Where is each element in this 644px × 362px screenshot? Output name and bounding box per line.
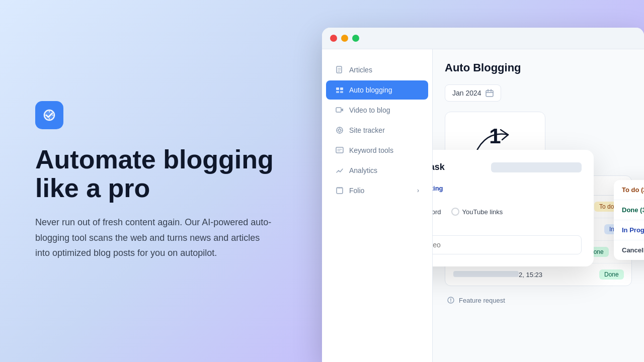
table-row: 2, 15:23 Done — [445, 263, 631, 286]
dropdown-item-done[interactable]: Done (36) — [614, 200, 644, 220]
keyword-radio[interactable]: Keyword — [433, 208, 441, 216]
modal-title: Add Task — [433, 162, 445, 172]
youtube-radio[interactable]: YouTube links — [451, 208, 503, 216]
sidebar-item-site-tracker[interactable]: Site tracker — [326, 121, 428, 140]
svg-rect-3 — [340, 87, 343, 90]
sidebar-item-auto-blogging[interactable]: Auto blogging — [326, 80, 428, 100]
row-title-blur — [453, 271, 519, 279]
modal-blurred-header — [491, 162, 582, 172]
status-badge: Done — [599, 269, 632, 280]
date-picker[interactable]: Jan 2024 — [445, 84, 501, 102]
browser-titlebar — [322, 28, 644, 49]
minimize-button[interactable] — [341, 35, 348, 42]
sidebar-item-video-to-blog[interactable]: Video to blog — [326, 101, 428, 120]
browser-content: Articles Auto blogging — [322, 49, 644, 362]
svg-point-8 — [339, 129, 341, 132]
calendar-icon — [486, 89, 494, 97]
svg-rect-4 — [336, 91, 339, 93]
sidebar-item-keyword-label: Keyword tools — [349, 146, 393, 154]
youtube-radio-label: YouTube links — [462, 208, 503, 216]
sidebar-item-keyword-tools[interactable]: Keyword tools — [326, 141, 428, 160]
folio-icon — [335, 186, 344, 195]
close-button[interactable] — [330, 35, 337, 42]
stats-number: 1 — [489, 124, 501, 148]
svg-rect-2 — [336, 87, 339, 90]
sidebar-item-articles[interactable]: Articles — [326, 60, 428, 79]
dropdown-item-inprogress-label: In Progress (8) — [622, 226, 644, 234]
youtube-radio-dot — [451, 208, 459, 216]
source-radio-group: Keyword YouTube links — [433, 208, 582, 216]
sidebar-item-analytics-label: Analytics — [349, 166, 377, 174]
sidebar-item-auto-blogging-label: Auto blogging — [349, 86, 392, 94]
keyword-field-label: Keyword — [433, 224, 582, 231]
svg-rect-9 — [336, 147, 343, 153]
logo — [35, 101, 63, 129]
svg-rect-6 — [336, 108, 341, 112]
subtext: Never run out of fresh content again. Ou… — [35, 215, 277, 261]
tracker-icon — [335, 126, 344, 135]
status-dropdown: To do (20) Done (36) In Progress (8) Can… — [614, 180, 644, 260]
svg-rect-5 — [340, 91, 343, 93]
add-task-modal: Add Task Blog Setting Source Keyword You… — [433, 150, 594, 266]
video-icon — [335, 106, 344, 115]
file-icon — [335, 65, 344, 74]
keyword-icon — [335, 146, 344, 155]
source-label: Source — [433, 196, 582, 204]
feature-request-icon — [447, 296, 455, 304]
left-panel: Automate blogging like a pro Never run o… — [0, 0, 312, 362]
date-label: Jan 2024 — [452, 89, 481, 97]
keyword-radio-label: Keyword — [433, 208, 441, 216]
page-title: Auto Blogging — [445, 61, 632, 74]
headline: Automate blogging like a pro — [35, 145, 282, 203]
dropdown-item-todo-label: To do (20) — [622, 186, 644, 194]
sidebar-item-folio[interactable]: Folio › — [326, 181, 428, 200]
sidebar-item-analytics[interactable]: Analytics — [326, 161, 428, 180]
blogging-icon — [335, 85, 344, 95]
sidebar: Articles Auto blogging — [322, 49, 433, 362]
dropdown-item-done-label: Done (36) — [622, 206, 644, 214]
dropdown-item-todo[interactable]: To do (20) — [614, 180, 644, 200]
browser-window: Articles Auto blogging — [322, 28, 644, 362]
sidebar-item-folio-label: Folio — [349, 187, 364, 195]
sidebar-item-articles-label: Articles — [349, 66, 372, 74]
dropdown-item-inprogress[interactable]: In Progress (8) — [614, 220, 644, 240]
dropdown-item-cancelled-label: Cancelled (6) — [622, 246, 644, 254]
chevron-right-icon: › — [417, 187, 419, 194]
maximize-button[interactable] — [352, 35, 359, 42]
main-content: Auto Blogging Jan 2024 1 To do — [433, 49, 644, 362]
blog-setting-label: Blog Setting — [433, 185, 582, 192]
sidebar-item-video-label: Video to blog — [349, 106, 390, 114]
analytics-icon — [335, 166, 344, 175]
feature-request-label: Feature request — [459, 297, 505, 304]
keyword-input[interactable] — [433, 235, 582, 254]
svg-rect-10 — [486, 90, 493, 97]
sidebar-item-site-tracker-label: Site tracker — [349, 126, 385, 134]
row-created-at: 2, 15:23 — [519, 271, 599, 279]
dropdown-item-cancelled[interactable]: Cancelled (6) — [614, 240, 644, 260]
